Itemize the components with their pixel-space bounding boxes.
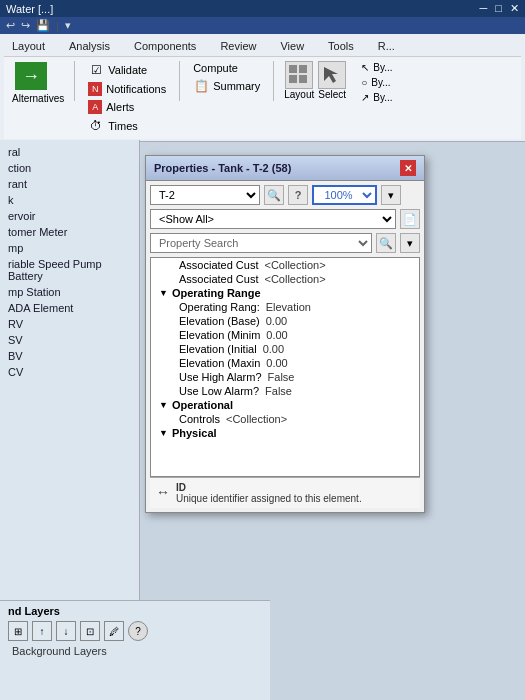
- sidebar-item-ada[interactable]: ADA Element: [0, 300, 139, 316]
- property-search-options-btn[interactable]: ▾: [400, 233, 420, 253]
- prop-elevation-max[interactable]: Elevation (Maxin 0.00: [151, 356, 419, 370]
- search-zoom-btn[interactable]: 🔍: [264, 185, 284, 205]
- layer-tool-4[interactable]: ⊡: [80, 621, 100, 641]
- compute-btn[interactable]: Compute: [190, 61, 241, 75]
- dropdown-icon[interactable]: ▾: [65, 19, 71, 32]
- status-arrow-icon: ↔: [156, 484, 170, 500]
- show-all-action-btn[interactable]: 📄: [400, 209, 420, 229]
- element-selector-row: T-2 🔍 ? 100% ▾: [150, 185, 420, 205]
- dialog-close-btn[interactable]: ✕: [400, 160, 416, 176]
- restore-btn[interactable]: □: [495, 2, 502, 15]
- prop-elevation-init[interactable]: Elevation (Initial 0.00: [151, 342, 419, 356]
- sidebar-item-k[interactable]: k: [0, 192, 139, 208]
- summary-icon: 📋: [193, 78, 209, 94]
- prop-value-2: <Collection>: [264, 273, 325, 285]
- select-icon: [318, 61, 346, 89]
- times-btn[interactable]: ⏱ Times: [85, 117, 141, 135]
- tab-analysis[interactable]: Analysis: [65, 38, 114, 54]
- property-search-select[interactable]: Property Search: [150, 233, 372, 253]
- layer-tool-3[interactable]: ↓: [56, 621, 76, 641]
- dialog-title-bar: Properties - Tank - T-2 (58) ✕: [146, 156, 424, 181]
- sidebar-item-mp[interactable]: mp: [0, 240, 139, 256]
- by-btn-2[interactable]: ○ By...: [358, 76, 393, 89]
- save-icon[interactable]: 💾: [36, 19, 50, 32]
- prop-operational-header[interactable]: ▼ Operational: [151, 398, 419, 412]
- layer-tool-1[interactable]: ⊞: [8, 621, 28, 641]
- ribbon-group-by: ↖ By... ○ By... ↗ By...: [358, 61, 395, 104]
- prop-physical-header[interactable]: ▼ Physical: [151, 426, 419, 440]
- layers-title: nd Layers: [8, 605, 262, 617]
- sidebar-item-sv[interactable]: SV: [0, 332, 139, 348]
- notifications-btn[interactable]: N Notifications: [85, 81, 169, 97]
- prop-elevation-min[interactable]: Elevation (Minim 0.00: [151, 328, 419, 342]
- tab-review[interactable]: Review: [216, 38, 260, 54]
- prop-name-einit: Elevation (Initial: [159, 343, 257, 355]
- summary-btn[interactable]: 📋 Summary: [190, 77, 263, 95]
- tab-tools[interactable]: Tools: [324, 38, 358, 54]
- quick-access-toolbar: ↩ ↪ 💾 | ▾: [0, 17, 525, 34]
- tab-components[interactable]: Components: [130, 38, 200, 54]
- window-controls[interactable]: ─ □ ✕: [480, 2, 519, 15]
- layers-toolbar: ⊞ ↑ ↓ ⊡ 🖉 ?: [8, 621, 262, 641]
- dialog-status: ↔ ID Unique identifier assigned to this …: [150, 477, 420, 508]
- properties-list: Associated Cust <Collection> Associated …: [150, 257, 420, 477]
- tab-more[interactable]: R...: [374, 38, 399, 54]
- undo-btn[interactable]: ↩: [6, 19, 15, 32]
- ribbon-content: → Alternatives ☑ Validate N Notification…: [4, 56, 521, 139]
- prop-value-emax: 0.00: [266, 357, 287, 369]
- by-btn-3[interactable]: ↗ By...: [358, 91, 395, 104]
- prop-associated-cust-2[interactable]: Associated Cust <Collection>: [151, 272, 419, 286]
- sidebar-item-rant[interactable]: rant: [0, 176, 139, 192]
- layer-tool-2[interactable]: ↑: [32, 621, 52, 641]
- zoom-dropdown-btn[interactable]: ▾: [381, 185, 401, 205]
- ribbon-group-compute: Compute 📋 Summary: [190, 61, 263, 95]
- redo-btn[interactable]: ↪: [21, 19, 30, 32]
- dialog-title: Properties - Tank - T-2 (58): [154, 162, 291, 174]
- show-all-row: <Show All> 📄: [150, 209, 420, 229]
- sidebar-item-tomer-meter[interactable]: tomer Meter: [0, 224, 139, 240]
- sidebar-item-ction[interactable]: ction: [0, 160, 139, 176]
- svg-rect-2: [289, 75, 297, 83]
- by-btn-1[interactable]: ↖ By...: [358, 61, 395, 74]
- alerts-btn[interactable]: A Alerts: [85, 99, 137, 115]
- prop-value-einit: 0.00: [263, 343, 284, 355]
- prop-associated-cust-1[interactable]: Associated Cust <Collection>: [151, 258, 419, 272]
- prop-name-ha: Use High Alarm?: [159, 371, 262, 383]
- sidebar-item-ral[interactable]: ral: [0, 144, 139, 160]
- prop-low-alarm[interactable]: Use Low Alarm? False: [151, 384, 419, 398]
- prop-value-1: <Collection>: [264, 259, 325, 271]
- element-select[interactable]: T-2: [150, 185, 260, 205]
- minimize-btn[interactable]: ─: [480, 2, 488, 15]
- dialog-body: T-2 🔍 ? 100% ▾ <Show All> 📄 Property Sea…: [146, 181, 424, 512]
- property-search-btn[interactable]: 🔍: [376, 233, 396, 253]
- svg-rect-3: [299, 75, 307, 83]
- physical-chevron: ▼: [159, 428, 168, 438]
- help-btn[interactable]: ?: [128, 621, 148, 641]
- prop-controls[interactable]: Controls <Collection>: [151, 412, 419, 426]
- tab-view[interactable]: View: [276, 38, 308, 54]
- status-content: ID Unique identifier assigned to this el…: [176, 482, 362, 504]
- prop-high-alarm[interactable]: Use High Alarm? False: [151, 370, 419, 384]
- prop-elevation-base[interactable]: Elevation (Base) 0.00: [151, 314, 419, 328]
- prop-name-la: Use Low Alarm?: [159, 385, 259, 397]
- alerts-icon: A: [88, 100, 102, 114]
- alternatives-btn[interactable]: →: [12, 61, 50, 91]
- layer-tool-5[interactable]: 🖉: [104, 621, 124, 641]
- prop-name-ctrl: Controls: [159, 413, 220, 425]
- close-btn[interactable]: ✕: [510, 2, 519, 15]
- validate-btn[interactable]: ☑ Validate: [85, 61, 150, 79]
- tab-layout[interactable]: Layout: [8, 38, 49, 54]
- sidebar-item-bv[interactable]: BV: [0, 348, 139, 364]
- prop-operating-range-val[interactable]: Operating Rang: Elevation: [151, 300, 419, 314]
- ribbon-group-alternatives: → Alternatives: [12, 61, 64, 104]
- help-icon-btn[interactable]: ?: [288, 185, 308, 205]
- sidebar-item-vsp-battery[interactable]: riable Speed Pump Battery: [0, 256, 139, 284]
- sidebar-item-rv[interactable]: RV: [0, 316, 139, 332]
- sidebar-item-cv[interactable]: CV: [0, 364, 139, 380]
- zoom-select[interactable]: 100%: [312, 185, 377, 205]
- sidebar-item-ervoir[interactable]: ervoir: [0, 208, 139, 224]
- prop-operating-range-header[interactable]: ▼ Operating Range: [151, 286, 419, 300]
- prop-operational-label: Operational: [172, 399, 233, 411]
- show-all-select[interactable]: <Show All>: [150, 209, 396, 229]
- sidebar-item-mp-station[interactable]: mp Station: [0, 284, 139, 300]
